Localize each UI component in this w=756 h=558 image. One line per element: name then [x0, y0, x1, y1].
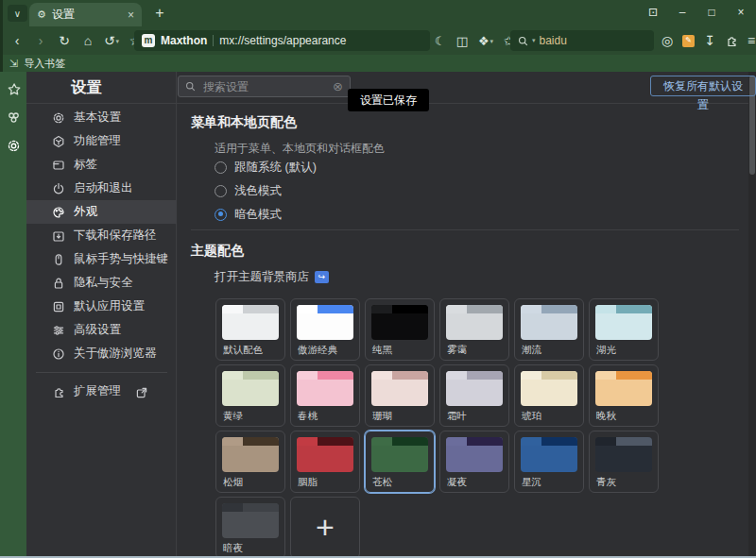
- extensions-icon[interactable]: [725, 34, 738, 47]
- theme-card[interactable]: 湖光: [589, 298, 659, 361]
- power-icon: [52, 182, 65, 195]
- url-text: mx://settings/appearance: [219, 34, 346, 47]
- restore-defaults-button[interactable]: 恢复所有默认设置: [650, 76, 756, 96]
- theme-card[interactable]: 霜叶: [439, 364, 509, 427]
- saved-toast: 设置已保存: [348, 89, 429, 111]
- settings-search-input[interactable]: [201, 79, 327, 94]
- theme-swatch: [222, 503, 279, 538]
- theme-card[interactable]: 珊瑚: [365, 364, 435, 427]
- section-title-menu-colors: 菜单和本地页配色: [191, 114, 297, 131]
- radio-button[interactable]: [215, 209, 227, 221]
- theme-name: 珊瑚: [372, 410, 392, 423]
- workspace-icon[interactable]: ⊡: [645, 7, 661, 18]
- sidebar-item-sliders[interactable]: 高级设置: [26, 318, 177, 342]
- theme-name: 傲游经典: [298, 344, 337, 357]
- chevron-down-icon: ▾: [116, 38, 120, 44]
- downloads-icon[interactable]: ↧: [704, 34, 715, 47]
- theme-card[interactable]: 凝夜: [439, 431, 509, 493]
- tab-list-button[interactable]: ∨: [8, 5, 27, 22]
- radio-button[interactable]: [215, 161, 227, 174]
- sidebar-item-lock[interactable]: 隐私与安全: [26, 271, 177, 295]
- theme-card[interactable]: 潮流: [514, 298, 584, 361]
- theme-card[interactable]: 傲游经典: [290, 298, 360, 361]
- search-bar[interactable]: ▾ baidu: [510, 30, 654, 51]
- tab-settings[interactable]: ⚙ 设置 ×: [29, 3, 142, 26]
- sidebar-item-palette[interactable]: 外观: [26, 200, 177, 224]
- sidebar-item-folder-download[interactable]: 下载和保存路径: [26, 224, 177, 247]
- swatch-bar: [392, 371, 428, 380]
- quick-tools-icon[interactable]: ❖▾: [478, 35, 493, 47]
- import-bookmarks-button[interactable]: 导入书签: [24, 57, 65, 71]
- theme-card[interactable]: 纯黑: [365, 298, 435, 361]
- menu-icon[interactable]: ≡: [747, 34, 755, 47]
- maximize-icon[interactable]: □: [704, 7, 719, 18]
- undo-icon[interactable]: ↺▾: [104, 34, 119, 47]
- theme-card[interactable]: 默认配色: [215, 298, 285, 361]
- swatch-bar: [318, 305, 353, 313]
- radio-option[interactable]: 跟随系统 (默认): [215, 160, 317, 175]
- back-icon[interactable]: ‹: [9, 34, 25, 47]
- reading-mode-icon[interactable]: ◫: [456, 35, 468, 47]
- theme-card[interactable]: 琥珀: [514, 364, 584, 427]
- swatch-bar: [541, 371, 577, 380]
- radio-button[interactable]: [215, 185, 227, 197]
- sidebar-item-gear[interactable]: 基本设置: [26, 106, 177, 129]
- sidebar-item-power[interactable]: 启动和退出: [26, 177, 177, 200]
- screenshot-icon[interactable]: ◎: [662, 34, 673, 47]
- theme-swatch: [446, 437, 503, 472]
- sidebar-item-mouse[interactable]: 鼠标手势与快捷键: [26, 247, 177, 271]
- tab-close-icon[interactable]: ×: [128, 9, 134, 21]
- minimize-icon[interactable]: –: [675, 7, 690, 18]
- address-bar[interactable]: m Maxthon mx://settings/appearance: [134, 30, 430, 51]
- theme-card[interactable]: 松烟: [215, 431, 285, 493]
- toolbar-far-icons: ◎✎↧≡: [662, 26, 755, 55]
- theme-card[interactable]: 春桃: [290, 364, 360, 427]
- swatch-bar: [243, 371, 279, 380]
- clear-search-icon[interactable]: ⊗: [333, 80, 343, 93]
- swatch-bar: [616, 437, 652, 446]
- tab-title: 设置: [52, 7, 122, 23]
- night-mode-icon[interactable]: ☾: [435, 35, 446, 47]
- sidebar-item-tab[interactable]: 标签: [26, 153, 177, 177]
- swatch-bar: [467, 371, 503, 380]
- search-engine-label: baidu: [540, 34, 567, 47]
- window-controls: ⊡–□×: [645, 3, 748, 22]
- theme-card[interactable]: 胭脂: [290, 431, 360, 493]
- scrollbar[interactable]: [748, 72, 756, 558]
- theme-name: 松烟: [223, 476, 243, 489]
- puzzle-icon: [52, 385, 65, 398]
- settings-icon[interactable]: [7, 139, 21, 153]
- theme-card[interactable]: 黄绿: [215, 364, 285, 427]
- theme-card[interactable]: 星沉: [514, 431, 584, 493]
- sidebar-item-label: 启动和退出: [74, 180, 133, 196]
- theme-card[interactable]: 雾霭: [439, 298, 509, 361]
- add-theme-button[interactable]: +: [290, 497, 360, 558]
- side-rail: [0, 72, 26, 558]
- radio-option[interactable]: 浅色模式: [215, 183, 282, 198]
- theme-swatch: [297, 305, 353, 340]
- theme-name: 雾霭: [447, 344, 467, 357]
- passkeeper-icon[interactable]: [7, 110, 21, 125]
- sidebar-item-info[interactable]: 关于傲游浏览器: [26, 342, 177, 365]
- theme-card[interactable]: 青灰: [589, 431, 659, 493]
- theme-card[interactable]: 苍松: [365, 431, 435, 493]
- forward-icon[interactable]: ›: [33, 34, 48, 47]
- sidebar-item-hexagon[interactable]: 功能管理: [26, 129, 177, 153]
- home-icon[interactable]: ⌂: [80, 34, 95, 47]
- refresh-icon[interactable]: ↻: [57, 34, 72, 47]
- favorites-icon[interactable]: [7, 82, 21, 96]
- radio-option[interactable]: 暗色模式: [215, 207, 282, 222]
- settings-search-box[interactable]: ⊗: [178, 76, 351, 97]
- new-tab-button[interactable]: +: [149, 3, 170, 24]
- theme-swatch: [521, 437, 577, 472]
- theme-swatch: [446, 305, 503, 340]
- theme-name: 默认配色: [223, 344, 263, 357]
- theme-card[interactable]: 晚秋: [589, 364, 659, 427]
- sidebar-item-extensions[interactable]: 扩展管理: [26, 380, 177, 403]
- sidebar-item-apps[interactable]: 默认应用设置: [26, 295, 177, 318]
- notes-icon[interactable]: ✎: [682, 35, 695, 47]
- theme-card[interactable]: 暗夜: [215, 497, 285, 558]
- theme-swatch: [222, 305, 279, 340]
- close-icon[interactable]: ×: [733, 7, 748, 18]
- theme-store-link[interactable]: 打开主题背景商店 ↪: [215, 269, 329, 285]
